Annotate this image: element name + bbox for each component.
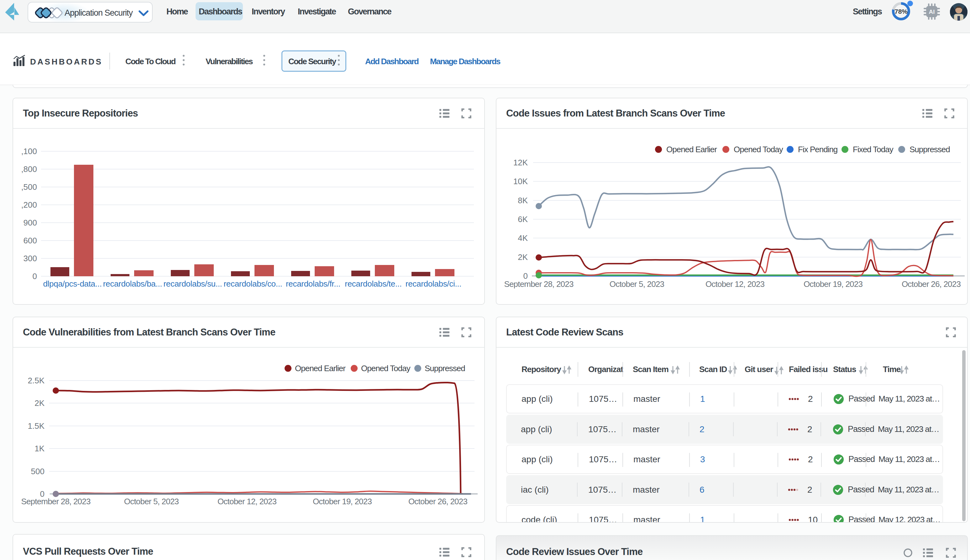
svg-text:Opened Earlier: Opened Earlier [295,363,346,373]
svg-text:September 28, 2023: September 28, 2023 [504,279,574,289]
svg-text:6K: 6K [518,215,528,224]
svg-text:recardolabs/fr...: recardolabs/fr... [286,279,341,288]
svg-text:October 19, 2023: October 19, 2023 [313,497,372,506]
svg-text:0: 0 [33,272,37,281]
svg-text:Fixed Today: Fixed Today [853,145,893,154]
svg-text:300: 300 [23,254,37,263]
svg-text:10K: 10K [513,177,528,186]
svg-text:900: 900 [23,218,37,227]
svg-text:Fix Pending: Fix Pending [798,145,837,154]
svg-text:dlpqa/pcs-data...: dlpqa/pcs-data... [43,279,102,288]
svg-text:500: 500 [31,467,45,476]
svg-text:8K: 8K [518,196,528,205]
svg-text:Suppressed: Suppressed [425,363,465,373]
svg-text:,800: ,800 [21,165,37,174]
svg-text:4K: 4K [518,233,528,243]
svg-text:October 5, 2023: October 5, 2023 [609,279,664,289]
svg-text:12K: 12K [513,158,528,167]
svg-text:1K: 1K [35,444,45,453]
svg-text:October 19, 2023: October 19, 2023 [803,279,863,289]
svg-text:October 26, 2023: October 26, 2023 [408,497,467,506]
svg-text:1.5K: 1.5K [28,421,45,431]
svg-text:recardolabs/ci...: recardolabs/ci... [406,279,461,288]
svg-text:2K: 2K [518,252,528,262]
svg-text:,200: ,200 [21,200,37,210]
svg-text:recardolabs/su...: recardolabs/su... [163,279,222,288]
svg-text:Opened Today: Opened Today [734,145,783,154]
svg-text:recardolabs/ba...: recardolabs/ba... [103,279,162,288]
svg-text:Suppressed: Suppressed [910,145,950,154]
svg-text:October 26, 2023: October 26, 2023 [902,279,961,289]
svg-text:600: 600 [23,236,37,245]
svg-text:2K: 2K [35,398,45,408]
svg-text:September 28, 2023: September 28, 2023 [21,497,90,506]
svg-text:78%: 78% [895,8,908,15]
svg-text:AI: AI [929,8,935,15]
svg-text:recardolabs/co...: recardolabs/co... [224,279,282,288]
svg-text:October 5, 2023: October 5, 2023 [124,497,179,506]
svg-text:2.5K: 2.5K [28,376,45,385]
svg-text:recardolabs/te...: recardolabs/te... [345,279,401,288]
svg-text:October 12, 2023: October 12, 2023 [706,279,765,289]
svg-text:,500: ,500 [21,182,37,192]
svg-text:Opened Today: Opened Today [361,363,411,373]
svg-text:,100: ,100 [21,147,37,156]
svg-text:Opened Earlier: Opened Earlier [666,145,717,154]
svg-text:October 12, 2023: October 12, 2023 [217,497,276,506]
